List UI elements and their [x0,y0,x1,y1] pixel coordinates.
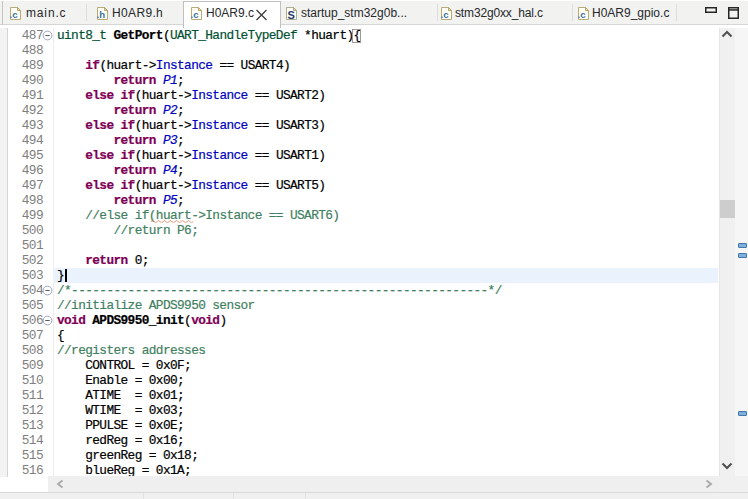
svg-text:.c: .c [441,9,450,20]
svg-text:.c: .c [10,9,19,20]
svg-text:S: S [288,9,295,21]
svg-text:.h: .h [97,9,106,20]
svg-text:.c: .c [578,9,587,20]
svg-text:.c: .c [191,9,200,20]
